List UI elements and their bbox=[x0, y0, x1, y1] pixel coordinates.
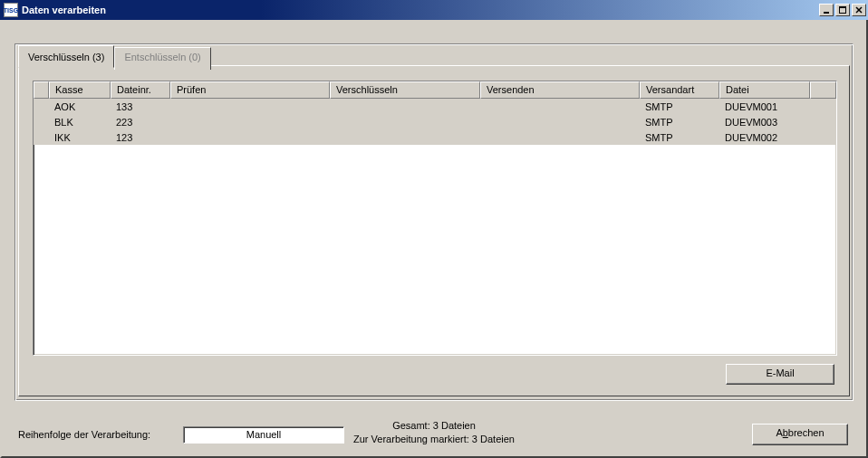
order-label: Reihenfolge der Verarbeitung: bbox=[18, 429, 150, 440]
cell-dateinr: 133 bbox=[111, 101, 170, 112]
cell-dateinr: 223 bbox=[111, 117, 170, 128]
window-controls bbox=[817, 4, 866, 16]
table-row[interactable]: BLK 223 SMTP DUEVM003 bbox=[34, 114, 836, 129]
col-dateinr[interactable]: Dateinr. bbox=[111, 81, 170, 99]
col-pruefen[interactable]: Prüfen bbox=[170, 81, 330, 99]
table-row[interactable]: IKK 123 SMTP DUEVM002 bbox=[34, 129, 836, 145]
col-kasse[interactable]: Kasse bbox=[49, 81, 111, 99]
app-icon: TISG bbox=[4, 3, 18, 17]
tab-strip: Verschlüsseln (3) Entschlüsseln (0) bbox=[18, 47, 211, 70]
col-lead[interactable] bbox=[34, 81, 49, 99]
cell-datei: DUEVM003 bbox=[719, 117, 810, 128]
minimize-button[interactable] bbox=[819, 4, 834, 16]
cell-datei: DUEVM002 bbox=[719, 132, 810, 143]
col-verschluesseln[interactable]: Verschlüsseln bbox=[330, 81, 480, 99]
close-button[interactable] bbox=[852, 4, 866, 16]
col-end bbox=[810, 81, 836, 99]
cancel-button[interactable]: Abbrechen bbox=[752, 424, 848, 445]
maximize-button[interactable] bbox=[835, 4, 850, 16]
tab-panel: Kasse Dateinr. Prüfen Verschlüsseln Vers… bbox=[18, 65, 850, 396]
cell-versandart: SMTP bbox=[640, 117, 719, 128]
cell-kasse: IKK bbox=[49, 132, 111, 143]
file-table[interactable]: Kasse Dateinr. Prüfen Verschlüsseln Vers… bbox=[33, 81, 837, 356]
order-field[interactable]: Manuell bbox=[183, 426, 344, 444]
tab-encrypt-label: Verschlüsseln (3) bbox=[28, 52, 104, 62]
cell-versandart: SMTP bbox=[640, 101, 719, 112]
table-row[interactable]: AOK 133 SMTP DUEVM001 bbox=[34, 99, 836, 114]
cell-kasse: BLK bbox=[49, 117, 111, 128]
email-button-label: E-Mail bbox=[766, 367, 794, 378]
cell-versandart: SMTP bbox=[640, 132, 719, 143]
window-client: Verschlüsseln (3) Entschlüsseln (0) Kass… bbox=[0, 20, 868, 458]
svg-rect-0 bbox=[824, 12, 829, 14]
col-datei[interactable]: Datei bbox=[719, 81, 810, 99]
window-title: Daten verarbeiten bbox=[22, 5, 817, 15]
svg-rect-2 bbox=[839, 6, 846, 8]
titlebar: TISG Daten verarbeiten bbox=[0, 0, 868, 20]
table-header-row: Kasse Dateinr. Prüfen Verschlüsseln Vers… bbox=[34, 81, 836, 99]
cell-dateinr: 123 bbox=[111, 132, 170, 143]
order-value: Manuell bbox=[246, 429, 282, 440]
cell-kasse: AOK bbox=[49, 101, 111, 112]
tab-decrypt-label: Entschlüsseln (0) bbox=[124, 52, 200, 62]
tab-encrypt[interactable]: Verschlüsseln (3) bbox=[18, 45, 114, 68]
col-versenden[interactable]: Versenden bbox=[480, 81, 640, 99]
table-body: AOK 133 SMTP DUEVM001 BLK 223 SMTP bbox=[34, 99, 836, 145]
email-button[interactable]: E-Mail bbox=[726, 364, 834, 385]
tab-decrypt[interactable]: Entschlüsseln (0) bbox=[114, 47, 210, 70]
col-versandart[interactable]: Versandart bbox=[640, 81, 719, 99]
cell-datei: DUEVM001 bbox=[719, 101, 810, 112]
